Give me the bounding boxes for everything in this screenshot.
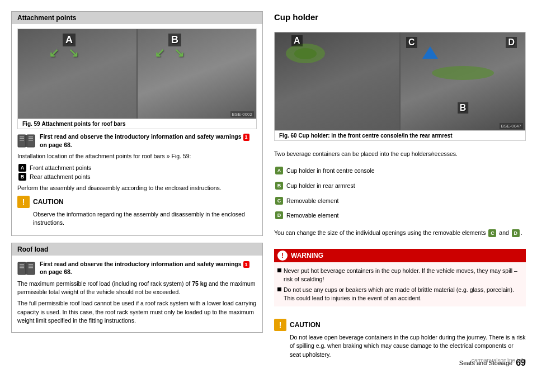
bullet-sq-1 <box>277 268 281 272</box>
bullet-sq-2 <box>277 287 281 291</box>
attachment-points-section: Attachment points ↙ ↘ A <box>11 11 263 236</box>
cup-warning-text: Never put hot beverage containers in the… <box>274 265 526 306</box>
warning-icon-cup: ! <box>277 251 288 261</box>
cup-figure: A C D B BSE-0047 Fig. 60 Cup holder: in … <box>274 32 526 141</box>
page: Attachment points ↙ ↘ A <box>0 0 537 374</box>
roof-info-strong: First read and observe the introductory … <box>40 261 249 276</box>
left-column: Attachment points ↙ ↘ A <box>11 11 263 362</box>
svg-rect-16 <box>29 266 33 267</box>
bse-code-cup: BSE-0047 <box>500 123 523 129</box>
svg-rect-14 <box>20 267 24 268</box>
cup-item-d-text: Removable element <box>286 211 338 220</box>
svg-rect-3 <box>20 136 24 138</box>
cup-item-c-text: Removable element <box>286 197 338 205</box>
cup-size-d-badge: D <box>512 229 520 237</box>
attach-caution-box: ! CAUTION Observe the information regard… <box>17 196 257 227</box>
badge-b: B <box>18 173 26 181</box>
cup-badge-c: C <box>275 197 283 205</box>
attach-item-b-text: Rear attachment points <box>30 173 91 181</box>
blue-arrow <box>422 46 438 59</box>
caution-title-cup: CAUTION <box>290 321 321 329</box>
book-icon <box>17 134 35 148</box>
bse-code-attach: BSE-0002 <box>230 111 254 117</box>
attach-info-box: First read and observe the introductory … <box>17 133 257 149</box>
roof-info-text: First read and observe the introductory … <box>40 260 257 276</box>
cup-item-b: B Cup holder in rear armrest <box>274 182 526 190</box>
attachment-figure: ↙ ↘ A ↙ ↘ B BSE-0002 <box>17 29 257 129</box>
roof-load-section: Roof load First read <box>11 243 263 333</box>
label-a-overlay: A <box>63 34 76 46</box>
attach-fig-num: Fig. 59 <box>22 121 40 127</box>
cup-green-oval-r <box>432 66 494 80</box>
attachment-points-content: ↙ ↘ A ↙ ↘ B BSE-0002 <box>12 24 262 235</box>
perform-text: Perform the assembly and disassembly acc… <box>17 184 257 192</box>
svg-rect-5 <box>20 140 24 141</box>
cup-size-text: You can change the size of the individua… <box>274 229 526 237</box>
roof-para1-bold: 75 kg <box>192 280 207 287</box>
attach-left-half: ↙ ↘ A <box>18 29 138 119</box>
attach-item-a: A Front attachment points <box>17 164 257 172</box>
cup-warning-bullet-2: Do not use any cups or beakers which are… <box>277 286 522 303</box>
attach-fig-caption: Attachment points for roof bars <box>41 121 125 127</box>
cup-item-b-text: Cup holder in rear armrest <box>286 182 355 190</box>
roof-para1: The maximum permissible roof load (inclu… <box>17 280 257 296</box>
roof-info-main: First read and observe the introductory … <box>40 261 242 267</box>
cup-size-suffix: . <box>521 229 522 236</box>
attach-right-half: ↙ ↘ B BSE-0002 <box>138 29 256 119</box>
right-column: Cup holder A C D B <box>274 11 526 362</box>
cup-warning-box: ! WARNING Never put hot beverage contain… <box>274 249 526 306</box>
cup-badge-a: A <box>275 167 283 174</box>
caution-text-cup: Do not leave open beverage containers in… <box>290 333 526 359</box>
cup-label-a-overlay: A <box>291 35 303 46</box>
book-icon-roof <box>17 261 35 276</box>
caution-icon-attach: ! <box>17 196 30 208</box>
attach-info-text: First read and observe the introductory … <box>40 133 257 149</box>
badge-a: A <box>18 164 26 172</box>
svg-rect-17 <box>29 267 33 268</box>
roof-load-header: Roof load <box>12 243 262 256</box>
svg-rect-13 <box>20 266 24 267</box>
cup-right-half: C D B BSE-0047 <box>401 32 525 130</box>
cup-label-c-overlay: C <box>406 37 417 48</box>
label-b-overlay: B <box>168 34 181 46</box>
roof-load-content: First read and observe the introductory … <box>12 256 262 332</box>
cup-size-and: and <box>497 229 510 236</box>
attach-info-strong: First read and observe the introductory … <box>40 133 249 148</box>
cup-item-a-text: Cup holder in front centre console <box>286 167 375 175</box>
page-ref-badge: 1 <box>243 134 249 141</box>
svg-rect-6 <box>29 136 33 138</box>
cup-warning-bullet-1: Never put hot beverage containers in the… <box>277 267 522 284</box>
attachment-image: ↙ ↘ A ↙ ↘ B BSE-0002 <box>18 29 256 119</box>
cup-badge-d: D <box>275 211 283 219</box>
cup-warning-header: ! WARNING <box>274 249 526 262</box>
watermark: carmanualsonline.info <box>472 357 526 363</box>
cup-item-c: C Removable element <box>274 197 526 205</box>
attach-fig-label: Fig. 59 Attachment points for roof bars <box>18 119 256 129</box>
watermark-text: carmanualsonline.info <box>472 357 526 363</box>
attachment-points-header: Attachment points <box>12 12 262 24</box>
cup-caution-header: ! CAUTION <box>274 319 526 331</box>
cup-green-oval-inner <box>294 48 317 59</box>
cup-item-d: D Removable element <box>274 211 526 220</box>
cup-warning-bullet-1-text: Never put hot beverage containers in the… <box>284 267 522 284</box>
cup-fig-label: Fig. 60 Cup holder: in the front centre … <box>275 130 525 140</box>
attach-info-main: First read and observe the introductory … <box>40 133 242 140</box>
arrow-down-left: ↙ <box>49 46 59 60</box>
cup-warning-bullet-2-text: Do not use any cups or beakers which are… <box>284 286 522 303</box>
cup-size-prefix: You can change the size of the individua… <box>274 229 487 236</box>
warning-title-cup: WARNING <box>291 252 323 259</box>
caution-title-attach: CAUTION <box>33 198 64 206</box>
arrow-down-b-left: ↙ <box>154 46 164 60</box>
install-text: Installation location of the attachment … <box>17 152 257 160</box>
cup-label-b-overlay: B <box>458 102 469 114</box>
cup-size-c-badge: C <box>488 229 496 237</box>
attach-item-a-text: Front attachment points <box>30 164 91 172</box>
cup-holder-title: Cup holder <box>274 11 526 23</box>
arrow-down-right: ↘ <box>68 46 78 60</box>
cup-label-d-overlay: D <box>506 37 517 48</box>
svg-rect-4 <box>20 138 24 139</box>
svg-rect-8 <box>29 140 33 141</box>
roof-page-ref-badge: 1 <box>243 261 249 268</box>
arrow-down-b-right: ↘ <box>174 46 184 60</box>
roof-info-box: First read and observe the introductory … <box>17 260 257 276</box>
